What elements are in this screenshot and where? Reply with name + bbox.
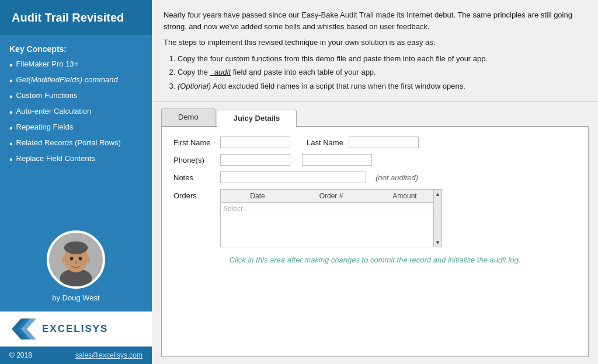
not-audited-label: (not audited) — [376, 173, 418, 182]
sidebar-item-getmodified[interactable]: • Get(ModifiedFields) command — [9, 75, 142, 86]
step-3: (Optional) Add excluded field names in a… — [178, 80, 586, 92]
bullet-icon: • — [9, 155, 13, 165]
avatar — [47, 230, 105, 289]
tabs-area: Demo Juicy Details First Name Last Name … — [152, 102, 598, 364]
svg-point-4 — [64, 242, 88, 254]
last-name-label: Last Name — [302, 138, 349, 147]
name-row: First Name Last Name — [173, 136, 576, 148]
tab-demo[interactable]: Demo — [161, 108, 215, 126]
bullet-icon: • — [9, 76, 13, 86]
email-link[interactable]: sales@excelisys.com — [75, 351, 142, 359]
intro-section: Nearly four years have passed since our … — [152, 0, 598, 102]
bullet-icon: • — [9, 139, 13, 149]
svg-point-7 — [75, 261, 77, 264]
logo-text: EXCELISYS — [42, 323, 108, 335]
intro-para2: The steps to implement this revised tech… — [164, 37, 586, 48]
bullet-icon: • — [9, 92, 13, 102]
key-concepts-label: Key Concepts: — [9, 44, 142, 54]
portal-row-1[interactable]: Select... — [221, 203, 441, 215]
portal-header: Date Order # Amount — [221, 190, 441, 203]
copyright-label: © 2018 — [9, 351, 32, 359]
sidebar-item-label: Custom Functions — [16, 91, 78, 101]
excelisys-logo-icon — [9, 316, 39, 342]
phone-row: Phone(s) — [173, 154, 576, 166]
sidebar-footer: © 2018 sales@excelisys.com — [0, 346, 152, 364]
tab-juicy-details[interactable]: Juicy Details — [217, 110, 297, 127]
first-name-label: First Name — [173, 138, 220, 147]
orders-label: Orders — [173, 189, 220, 200]
amount-col-header: Amount — [368, 191, 441, 201]
sidebar-item-label: Get(ModifiedFields) command — [16, 75, 118, 85]
bullet-icon: • — [9, 123, 13, 134]
sidebar-item-repeating-fields[interactable]: • Repeating Fields — [9, 123, 142, 134]
scroll-up-icon[interactable]: ▲ — [435, 191, 441, 197]
step-1: Copy the four custom functions from this… — [178, 53, 586, 65]
amount-cell-1 — [368, 203, 441, 215]
phone-input-2[interactable] — [302, 154, 372, 166]
orders-section: Orders Date Order # Amount Select... ▲ — [173, 189, 576, 247]
step3-text: (Optional) Add excluded field names in a… — [178, 82, 465, 90]
order-col-header: Order # — [294, 191, 368, 201]
notes-row: Notes (not audited) — [173, 172, 576, 183]
sidebar-content: Key Concepts: • FileMaker Pro 13+ • Get(… — [0, 35, 152, 225]
sidebar-item-custom-functions[interactable]: • Custom Functions — [9, 91, 142, 102]
sidebar-item-label: Repeating Fields — [16, 123, 74, 132]
commit-hint[interactable]: Click in this area after making changes … — [173, 256, 576, 264]
step2-text: Copy the _audit field and paste into eac… — [178, 68, 376, 76]
bullet-icon: • — [9, 107, 13, 118]
svg-point-5 — [70, 257, 74, 260]
sidebar-item-label: FileMaker Pro 13+ — [16, 60, 79, 69]
date-col-header: Date — [221, 191, 294, 201]
sidebar-item-related-records[interactable]: • Related Records (Portal Rows) — [9, 138, 142, 149]
orders-portal[interactable]: Date Order # Amount Select... ▲ ▼ — [220, 189, 442, 247]
svg-point-9 — [86, 256, 90, 262]
phones-label: Phone(s) — [173, 156, 220, 164]
notes-input[interactable] — [220, 172, 366, 183]
step-2: Copy the _audit field and paste into eac… — [178, 66, 586, 78]
optional-label: (Optional) — [178, 82, 211, 90]
select-placeholder[interactable]: Select... — [221, 203, 294, 215]
notes-label: Notes — [173, 173, 220, 182]
svg-point-6 — [79, 257, 82, 260]
last-name-input[interactable] — [349, 136, 419, 148]
sidebar-item-filemaker[interactable]: • FileMaker Pro 13+ — [9, 60, 142, 71]
first-name-input[interactable] — [220, 136, 290, 148]
portal-scrollbar[interactable]: ▲ ▼ — [433, 190, 441, 247]
logo-area: EXCELISYS — [0, 312, 152, 346]
avatar-section: by Doug West — [0, 225, 152, 312]
main-content: Nearly four years have passed since our … — [152, 0, 598, 364]
sidebar-item-replace-field[interactable]: • Replace Field Contents — [9, 154, 142, 165]
scroll-down-icon[interactable]: ▼ — [435, 239, 441, 246]
sidebar-item-label: Related Records (Portal Rows) — [16, 138, 121, 148]
sidebar-title: Audit Trail Revisited — [0, 0, 152, 35]
step1-text: Copy the four custom functions from this… — [178, 54, 488, 63]
sidebar-item-label: Auto-enter Calculation — [16, 107, 92, 117]
sidebar: Audit Trail Revisited Key Concepts: • Fi… — [0, 0, 152, 364]
steps-list: Copy the four custom functions from this… — [164, 53, 586, 92]
bullet-icon: • — [9, 60, 13, 71]
svg-point-8 — [62, 256, 66, 262]
phone-input-1[interactable] — [220, 154, 290, 166]
order-cell-1 — [294, 203, 368, 215]
tab-content[interactable]: First Name Last Name Phone(s) Notes (not… — [161, 127, 589, 357]
author-label: by Doug West — [52, 293, 99, 302]
sidebar-item-auto-enter[interactable]: • Auto-enter Calculation — [9, 107, 142, 118]
audit-field-ref: _audit — [210, 68, 231, 76]
sidebar-item-label: Replace Field Contents — [16, 154, 95, 164]
intro-para1: Nearly four years have passed since our … — [164, 9, 586, 32]
tab-bar: Demo Juicy Details — [161, 108, 589, 127]
